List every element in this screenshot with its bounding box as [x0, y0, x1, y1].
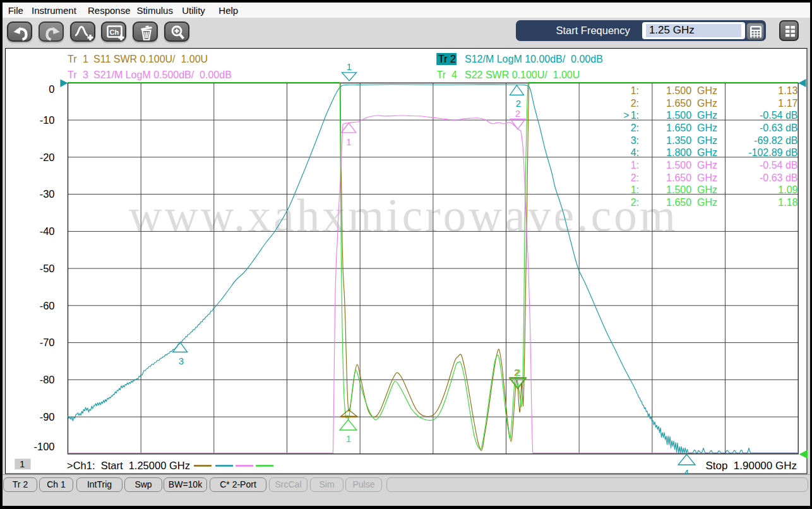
svg-text:1:: 1:	[631, 85, 639, 96]
svg-text:-50: -50	[40, 263, 55, 274]
svg-text:0: 0	[49, 83, 54, 95]
svg-text:2:: 2:	[631, 123, 639, 133]
svg-text:-69.82 dB: -69.82 dB	[754, 135, 797, 146]
svg-text:2:: 2:	[631, 98, 639, 109]
svg-text:1: 1	[346, 433, 351, 444]
svg-text:-0.63 dB: -0.63 dB	[760, 123, 797, 133]
svg-text:S12/M LogM 10.00dB/ 0.00dB: S12/M LogM 10.00dB/ 0.00dB	[465, 54, 603, 64]
svg-text:www.xahxmicrowave.com: www.xahxmicrowave.com	[129, 190, 678, 241]
svg-text:1.500 GHz: 1.500 GHz	[666, 160, 717, 171]
svg-text:1.17: 1.17	[778, 98, 797, 109]
svg-text:1.650 GHz: 1.650 GHz	[666, 172, 717, 183]
svg-text:1.13: 1.13	[778, 85, 797, 96]
svg-text:2:: 2:	[631, 197, 639, 208]
svg-text:1.650 GHz: 1.650 GHz	[666, 197, 717, 208]
svg-text:1.650 GHz: 1.650 GHz	[666, 98, 717, 109]
svg-text:4:: 4:	[631, 147, 639, 158]
svg-text:-100: -100	[33, 441, 54, 452]
svg-text:>Ch1: Start 1.25000 GHz: >Ch1: Start 1.25000 GHz	[67, 460, 190, 471]
svg-text:-0.63 dB: -0.63 dB	[760, 172, 797, 183]
svg-text:1.500 GHz: 1.500 GHz	[666, 184, 717, 195]
svg-text:1:: 1:	[631, 160, 639, 171]
svg-text:1: 1	[20, 458, 25, 469]
svg-text:-102.89 dB: -102.89 dB	[748, 147, 797, 158]
svg-text:3: 3	[179, 356, 184, 366]
svg-text:-10: -10	[40, 114, 55, 126]
svg-text:1:: 1:	[631, 184, 639, 195]
svg-text:-0.54 dB: -0.54 dB	[760, 110, 797, 121]
svg-text:2:: 2:	[631, 172, 639, 183]
svg-text:Tr: Tr	[68, 54, 77, 64]
svg-text:1.18: 1.18	[778, 197, 797, 208]
svg-text:1.800 GHz: 1.800 GHz	[666, 147, 717, 158]
svg-text:2: 2	[515, 108, 520, 119]
svg-text:1.650 GHz: 1.650 GHz	[666, 123, 717, 133]
svg-text:Tr: Tr	[68, 69, 77, 80]
svg-text:S21/M LogM 0.500dB/ 0.00dB: S21/M LogM 0.500dB/ 0.00dB	[93, 69, 232, 80]
svg-text:-0.54 dB: -0.54 dB	[760, 160, 797, 171]
svg-text:S11 SWR 0.100U/ 1.00U: S11 SWR 0.100U/ 1.00U	[93, 54, 208, 64]
svg-text:3: 3	[83, 69, 88, 80]
svg-text:Tr: Tr	[437, 69, 446, 80]
svg-text:1: 1	[83, 54, 88, 64]
svg-text:-30: -30	[40, 188, 55, 200]
svg-text:-80: -80	[40, 374, 55, 385]
svg-text:1:: 1:	[631, 110, 639, 121]
svg-text:1: 1	[346, 136, 351, 147]
svg-text:1.500 GHz: 1.500 GHz	[666, 85, 717, 96]
svg-text:>: >	[623, 110, 629, 121]
svg-text:1: 1	[347, 61, 352, 72]
svg-text:3:: 3:	[631, 135, 639, 146]
svg-text:1.350 GHz: 1.350 GHz	[666, 135, 717, 146]
svg-text:-60: -60	[40, 300, 55, 311]
svg-text:1.500 GHz: 1.500 GHz	[666, 110, 717, 121]
svg-text:4: 4	[451, 69, 457, 80]
svg-text:2: 2	[515, 367, 520, 378]
svg-text:-70: -70	[40, 337, 55, 348]
svg-text:S22 SWR 0.100U/ 1.00U: S22 SWR 0.100U/ 1.00U	[465, 69, 580, 80]
svg-text:2: 2	[516, 98, 521, 109]
svg-text:-40: -40	[40, 225, 55, 237]
svg-text:Tr 2: Tr 2	[438, 54, 456, 64]
svg-text:-90: -90	[40, 411, 55, 422]
svg-text:-20: -20	[40, 152, 55, 163]
svg-text:1.09: 1.09	[778, 184, 797, 195]
svg-text:Stop 1.90000 GHz: Stop 1.90000 GHz	[705, 460, 797, 472]
